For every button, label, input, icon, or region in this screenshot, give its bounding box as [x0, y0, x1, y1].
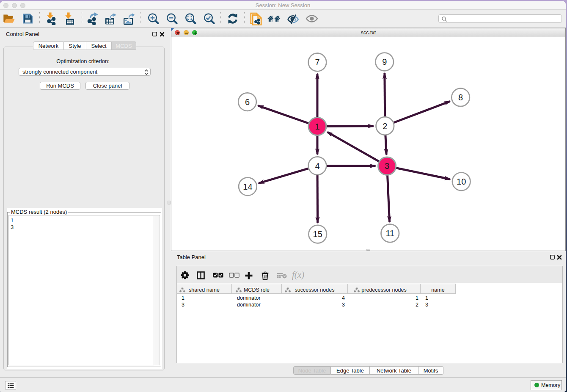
svg-text:6: 6 — [245, 97, 250, 107]
svg-text:1: 1 — [315, 122, 319, 131]
svg-text:10: 10 — [457, 177, 466, 186]
svg-text:11: 11 — [385, 229, 394, 238]
svg-text:7: 7 — [315, 58, 319, 67]
svg-text:9: 9 — [382, 57, 387, 66]
svg-text:8: 8 — [458, 93, 463, 102]
svg-text:2: 2 — [383, 121, 387, 131]
svg-text:14: 14 — [243, 182, 252, 191]
svg-text:4: 4 — [315, 161, 319, 171]
svg-text:15: 15 — [313, 229, 322, 239]
svg-text:3: 3 — [385, 161, 389, 171]
